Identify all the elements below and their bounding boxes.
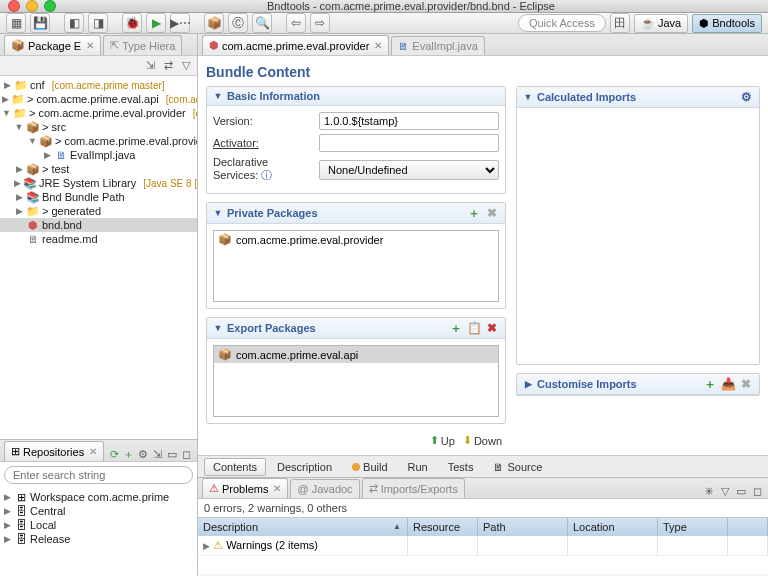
refresh-icon[interactable]: ⟳: [108, 447, 120, 461]
tab-javadoc[interactable]: @Javadoc: [290, 479, 359, 498]
repositories-tree[interactable]: ▶⊞Workspace com.acme.prime ▶🗄Central ▶🗄L…: [0, 488, 197, 576]
collapse-icon[interactable]: ▼: [213, 323, 223, 333]
ds-select[interactable]: None/Undefined: [319, 160, 499, 180]
new-button[interactable]: ▦: [6, 13, 26, 33]
insert-icon[interactable]: 📥: [721, 377, 735, 391]
save-button[interactable]: 💾: [30, 13, 50, 33]
quick-access[interactable]: Quick Access: [518, 14, 606, 32]
close-icon[interactable]: ✕: [374, 40, 382, 51]
new-package-button[interactable]: 📦: [204, 13, 224, 33]
collapse-icon[interactable]: ▼: [213, 91, 223, 101]
version-field[interactable]: [319, 112, 499, 130]
info-icon[interactable]: ⓘ: [261, 169, 272, 181]
collapse-icon[interactable]: ▼: [28, 136, 37, 146]
back-button[interactable]: ⇦: [286, 13, 306, 33]
repo-search[interactable]: [4, 466, 193, 484]
column-path[interactable]: Path: [478, 518, 568, 536]
tab-repositories[interactable]: ⊞Repositories✕: [4, 441, 104, 461]
expand-icon[interactable]: ▶: [203, 541, 210, 551]
column-type[interactable]: Type: [658, 518, 728, 536]
expand-icon[interactable]: ▶: [14, 206, 24, 216]
bnd-resolve-button[interactable]: ◨: [88, 13, 108, 33]
table-row[interactable]: ▶ ⚠ Warnings (2 items): [198, 536, 768, 556]
clipboard-icon[interactable]: 📋: [467, 321, 481, 335]
add-icon[interactable]: ＋: [467, 206, 481, 220]
debug-button[interactable]: 🐞: [122, 13, 142, 33]
advanced-icon[interactable]: ⚙: [137, 447, 149, 461]
expand-icon[interactable]: ▶: [14, 164, 24, 174]
move-down-button[interactable]: ⬇Down: [463, 434, 502, 447]
package-explorer-tree[interactable]: ▶📁cnf [com.acme.prime master] ▶📁> com.ac…: [0, 76, 197, 439]
tab-tests[interactable]: Tests: [439, 458, 483, 476]
search-input[interactable]: [13, 469, 184, 481]
list-item[interactable]: 📦com.acme.prime.eval.api: [214, 346, 498, 363]
calculated-imports-list[interactable]: [517, 108, 759, 364]
move-up-button[interactable]: ⬆Up: [430, 434, 455, 447]
expand-icon[interactable]: ▶: [2, 520, 12, 530]
view-menu-icon[interactable]: ▽: [179, 59, 193, 73]
perspective-java[interactable]: ☕Java: [634, 14, 688, 33]
expand-icon[interactable]: ▶: [2, 506, 12, 516]
export-packages-list[interactable]: 📦com.acme.prime.eval.api: [213, 345, 499, 417]
forward-button[interactable]: ⇨: [310, 13, 330, 33]
tab-source[interactable]: 🗎 Source: [484, 458, 551, 476]
perspective-bndtools[interactable]: ⬢Bndtools: [692, 14, 762, 33]
zoom-window-button[interactable]: [44, 0, 56, 12]
add-repo-icon[interactable]: ＋: [123, 447, 135, 461]
expand-icon[interactable]: ▶: [42, 150, 52, 160]
column-description[interactable]: Description: [198, 518, 408, 536]
open-type-button[interactable]: 🔍: [252, 13, 272, 33]
analyze-icon[interactable]: ⚙: [739, 90, 753, 104]
collapse-all-icon[interactable]: ⇲: [143, 59, 157, 73]
private-packages-list[interactable]: 📦com.acme.prime.eval.provider: [213, 230, 499, 302]
open-perspective-button[interactable]: 田: [610, 13, 630, 33]
tab-imports-exports[interactable]: ⇄Imports/Exports: [362, 478, 465, 498]
close-icon[interactable]: ✕: [86, 40, 94, 51]
tab-description[interactable]: Description: [268, 458, 341, 476]
expand-icon[interactable]: ▶: [14, 192, 24, 202]
close-window-button[interactable]: [8, 0, 20, 12]
maximize-icon[interactable]: ◻: [750, 484, 764, 498]
tab-type-hierarchy[interactable]: ⇱Type Hiera: [103, 35, 182, 55]
add-icon[interactable]: ＋: [703, 377, 717, 391]
minimize-window-button[interactable]: [26, 0, 38, 12]
activator-link[interactable]: Activator:: [213, 137, 313, 149]
view-menu-icon[interactable]: ▽: [718, 484, 732, 498]
minimize-icon[interactable]: ▭: [734, 484, 748, 498]
tab-build[interactable]: Build: [343, 458, 396, 476]
expand-icon[interactable]: ▶: [2, 94, 9, 104]
add-icon[interactable]: ＋: [449, 321, 463, 335]
problems-table[interactable]: Description Resource Path Location Type …: [198, 517, 768, 576]
column-resource[interactable]: Resource: [408, 518, 478, 536]
run-button[interactable]: ▶: [146, 13, 166, 33]
expand-icon[interactable]: ▶: [2, 80, 12, 90]
minimize-icon[interactable]: ▭: [166, 447, 178, 461]
tab-run[interactable]: Run: [399, 458, 437, 476]
activator-field[interactable]: [319, 134, 499, 152]
expand-icon[interactable]: ▶: [523, 379, 533, 389]
new-type-button[interactable]: Ⓒ: [228, 13, 248, 33]
tab-evalimpl[interactable]: 🗎EvalImpl.java: [391, 36, 484, 55]
tab-contents[interactable]: Contents: [204, 458, 266, 476]
collapse-icon[interactable]: ▼: [2, 108, 11, 118]
collapse-all-icon[interactable]: ⇲: [152, 447, 164, 461]
maximize-icon[interactable]: ◻: [180, 447, 192, 461]
remove-icon[interactable]: ✖: [485, 206, 499, 220]
expand-icon[interactable]: ▶: [2, 534, 12, 544]
expand-icon[interactable]: ▶: [14, 178, 21, 188]
collapse-icon[interactable]: ▼: [14, 122, 24, 132]
link-editor-icon[interactable]: ⇄: [161, 59, 175, 73]
column-location[interactable]: Location: [568, 518, 658, 536]
tab-problems[interactable]: ⚠Problems✕: [202, 478, 288, 498]
list-item[interactable]: 📦com.acme.prime.eval.provider: [214, 231, 498, 248]
ext-tools-button[interactable]: ▶⋯: [170, 13, 190, 33]
expand-icon[interactable]: ▶: [2, 492, 12, 502]
bnd-new-button[interactable]: ◧: [64, 13, 84, 33]
filters-icon[interactable]: ⛯: [702, 484, 716, 498]
remove-icon[interactable]: ✖: [485, 321, 499, 335]
tree-item-bnd-bnd[interactable]: ⬢bnd.bnd: [0, 218, 197, 232]
collapse-icon[interactable]: ▼: [213, 208, 223, 218]
close-icon[interactable]: ✕: [89, 446, 97, 457]
close-icon[interactable]: ✕: [273, 483, 281, 494]
tab-bnd-editor[interactable]: ⬢com.acme.prime.eval.provider✕: [202, 35, 389, 55]
